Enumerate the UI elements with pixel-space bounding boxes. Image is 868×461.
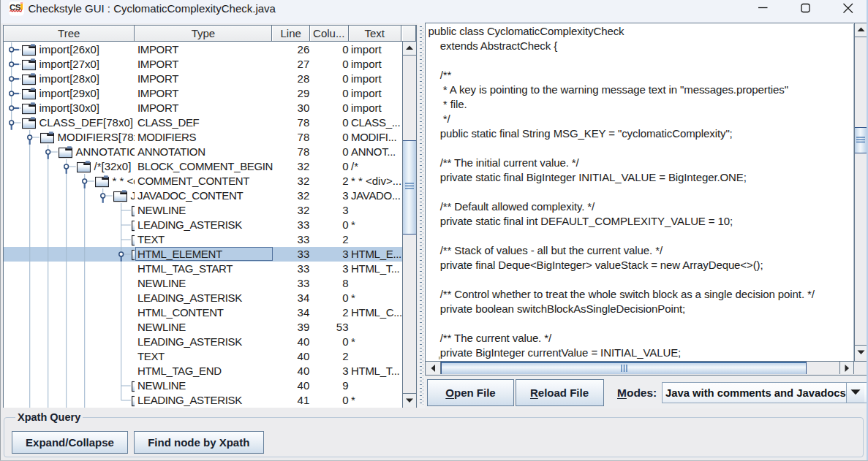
svg-text:CS: CS (9, 2, 20, 12)
